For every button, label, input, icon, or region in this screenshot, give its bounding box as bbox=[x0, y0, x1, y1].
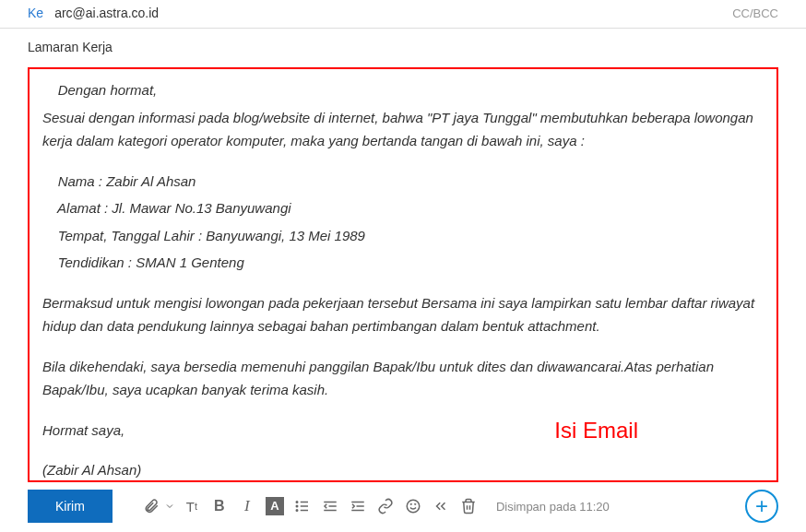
to-row: Ke arc@ai.astra.co.id CC/BCC bbox=[0, 0, 806, 29]
greeting: Dengan hormat, bbox=[42, 78, 764, 102]
annotation-label: Isi Email bbox=[554, 418, 638, 443]
emoji-icon[interactable] bbox=[402, 495, 424, 517]
bold-icon[interactable]: B bbox=[208, 495, 231, 517]
ccbcc-link[interactable]: CC/BCC bbox=[732, 6, 778, 20]
font-size-icon[interactable]: Tt bbox=[181, 495, 203, 517]
italic-icon[interactable]: I bbox=[236, 495, 258, 517]
text-bg-icon[interactable]: A bbox=[264, 495, 286, 517]
chevron-down-icon[interactable] bbox=[164, 495, 175, 517]
ttl-line: Tempat, Tanggal Lahir : Banyuwangi, 13 M… bbox=[42, 224, 764, 248]
paragraph-1: Sesuai dengan informasi pada blog/websit… bbox=[42, 106, 764, 153]
alamat-line: Alamat : Jl. Mawar No.13 Banyuwangi bbox=[42, 196, 764, 220]
to-address[interactable]: arc@ai.astra.co.id bbox=[54, 6, 732, 20]
add-button[interactable]: + bbox=[745, 490, 778, 523]
paragraph-2: Bermaksud untuk mengisi lowongan pada pe… bbox=[42, 291, 764, 338]
signature: (Zabir Al Ahsan) bbox=[42, 458, 764, 482]
nama-line: Nama : Zabir Al Ahsan bbox=[42, 170, 764, 194]
svg-point-13 bbox=[410, 503, 411, 504]
svg-point-3 bbox=[296, 502, 298, 503]
svg-point-5 bbox=[296, 510, 298, 512]
svg-point-4 bbox=[296, 505, 298, 507]
email-body[interactable]: Dengan hormat, Sesuai dengan informasi p… bbox=[42, 78, 764, 482]
trash-icon[interactable] bbox=[457, 495, 480, 517]
svg-point-14 bbox=[415, 503, 416, 504]
closing: Hormat saya, bbox=[42, 419, 764, 443]
email-body-container[interactable]: Dengan hormat, Sesuai dengan informasi p… bbox=[28, 67, 778, 482]
collapse-icon[interactable] bbox=[430, 495, 452, 517]
attachment-icon[interactable] bbox=[140, 495, 162, 517]
subject-text[interactable]: Lamaran Kerja bbox=[28, 40, 113, 54]
to-label[interactable]: Ke bbox=[28, 6, 43, 20]
subject-row: Lamaran Kerja bbox=[0, 29, 806, 64]
indent-icon[interactable] bbox=[347, 495, 369, 517]
outdent-icon[interactable] bbox=[319, 495, 341, 517]
pendidikan-line: Tendidikan : SMAN 1 Genteng bbox=[42, 251, 764, 275]
send-button[interactable]: Kirim bbox=[28, 490, 113, 523]
svg-point-12 bbox=[407, 500, 420, 513]
paragraph-3: Bila dikehendaki, saya bersedia memenuhi… bbox=[42, 355, 764, 402]
link-icon[interactable] bbox=[374, 495, 397, 517]
compose-toolbar: Kirim Tt B I A Disimpan pada 11:20 + bbox=[0, 482, 806, 523]
saved-status: Disimpan pada 11:20 bbox=[496, 500, 610, 514]
bullet-list-icon[interactable] bbox=[291, 495, 314, 517]
